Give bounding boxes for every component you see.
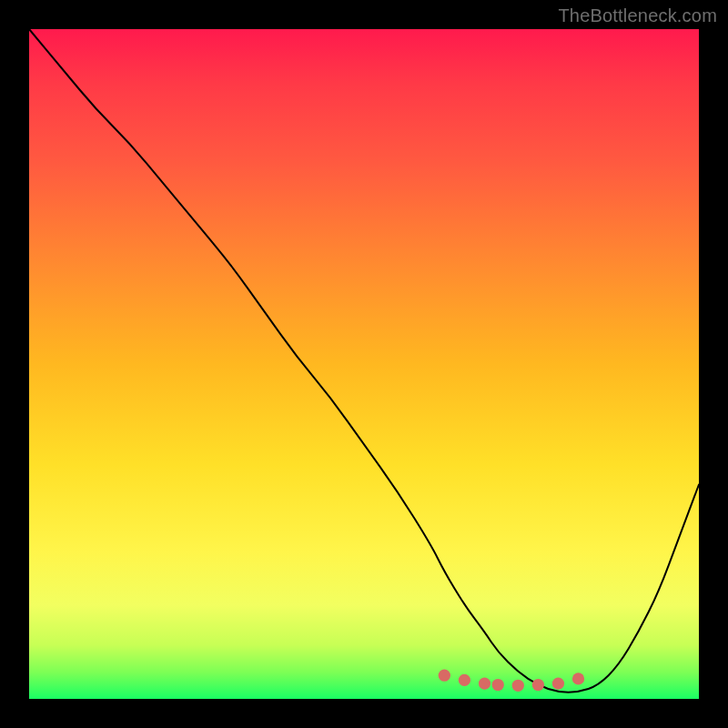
chart-frame: TheBottleneck.com — [0, 0, 728, 728]
bead-marker — [532, 679, 544, 691]
watermark-text: TheBottleneck.com — [558, 5, 717, 26]
bead-marker — [459, 674, 470, 686]
bottleneck-curve — [29, 29, 699, 693]
bead-marker — [492, 679, 504, 691]
bead-marker — [572, 672, 584, 684]
optimal-range-beads — [439, 670, 584, 692]
bead-marker — [512, 680, 524, 692]
chart-svg — [29, 29, 699, 699]
bead-marker — [552, 677, 564, 689]
bead-marker — [439, 670, 450, 682]
chart-plot-area — [29, 29, 699, 699]
bead-marker — [479, 677, 490, 689]
